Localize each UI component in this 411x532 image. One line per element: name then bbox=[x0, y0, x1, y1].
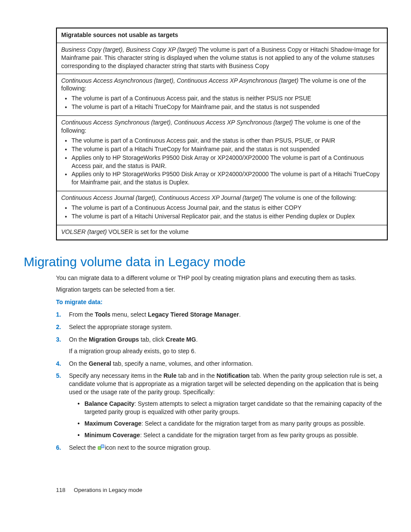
step-sub-bullet: Maximum Coverage: Select a candidate for… bbox=[78, 420, 388, 428]
row-bullet: The volume is part of a Continuous Acces… bbox=[72, 204, 383, 212]
table-row: Business Copy (target), Business Copy XP… bbox=[56, 43, 387, 74]
step-3: 3. On the Migration Groups tab, click Cr… bbox=[56, 336, 388, 355]
row-bullet: The volume is part of a Hitachi TrueCopy… bbox=[72, 145, 383, 153]
migration-group-icon bbox=[98, 445, 104, 451]
row-prefix: Continuous Access Journal (target), Cont… bbox=[61, 194, 262, 201]
intro-paragraph: You can migrate data to a different volu… bbox=[56, 274, 388, 282]
row-prefix: Continuous Access Synchronous (target), … bbox=[61, 119, 293, 126]
row-bullet: Applies only to HP StorageWorks P9500 Di… bbox=[72, 170, 383, 187]
row-prefix: VOLSER (target) bbox=[61, 228, 107, 235]
sources-targets-table: Migratable sources not usable as targets… bbox=[56, 28, 388, 240]
page-number: 118 bbox=[56, 487, 65, 493]
step-sub-bullet: Minimum Coverage: Select a candidate for… bbox=[78, 431, 388, 439]
step-1: 1. From the Tools menu, select Legacy Ti… bbox=[56, 311, 388, 319]
step-5: 5. Specify any necessary items in the Ru… bbox=[56, 372, 388, 439]
procedure-subhead: To migrate data: bbox=[56, 298, 388, 306]
row-bullet: The volume is part of a Continuous Acces… bbox=[72, 137, 383, 145]
step-number: 6. bbox=[56, 444, 61, 452]
table-row: VOLSER (target) VOLSER is set for the vo… bbox=[56, 225, 387, 240]
table-row: Continuous Access Asynchronous (target),… bbox=[56, 74, 387, 116]
step-number: 1. bbox=[56, 311, 61, 319]
row-bullet: The volume is part of a Continuous Acces… bbox=[72, 94, 383, 103]
row-prefix: Continuous Access Asynchronous (target),… bbox=[61, 77, 299, 84]
intro-paragraph: Migration targets can be selected from a… bbox=[56, 286, 388, 294]
table-header: Migratable sources not usable as targets bbox=[56, 28, 387, 43]
procedure-steps: 1. From the Tools menu, select Legacy Ti… bbox=[56, 311, 388, 452]
row-text: VOLSER is set for the volume bbox=[107, 228, 189, 235]
table-row: Continuous Access Journal (target), Cont… bbox=[56, 191, 387, 225]
section-heading: Migrating volume data in Legacy mode bbox=[24, 253, 381, 271]
step-number: 5. bbox=[56, 372, 61, 380]
step-6: 6. Select the icon next to the source mi… bbox=[56, 444, 388, 452]
step-sub-bullet: Balance Capacity: System attempts to sel… bbox=[78, 400, 388, 416]
step-2: 2. Select the appropriate storage system… bbox=[56, 323, 388, 331]
table-row: Continuous Access Synchronous (target), … bbox=[56, 116, 387, 191]
row-bullet: The volume is part of a Hitachi TrueCopy… bbox=[72, 103, 383, 111]
step-note: If a migration group already exists, go … bbox=[69, 347, 388, 355]
row-prefix: Business Copy (target), Business Copy XP… bbox=[61, 46, 197, 53]
step-4: 4. On the General tab, specify a name, v… bbox=[56, 360, 388, 368]
step-number: 4. bbox=[56, 360, 61, 368]
section-name: Operations in Legacy mode bbox=[74, 487, 142, 493]
step-number: 3. bbox=[56, 336, 61, 344]
page-footer: 118 Operations in Legacy mode bbox=[56, 486, 381, 494]
step-number: 2. bbox=[56, 323, 61, 331]
row-bullet: Applies only to HP StorageWorks P9500 Di… bbox=[72, 154, 383, 170]
row-bullet: The volume is part of a Hitachi Universa… bbox=[72, 212, 383, 221]
row-text: The volume is one of the following: bbox=[262, 194, 356, 201]
